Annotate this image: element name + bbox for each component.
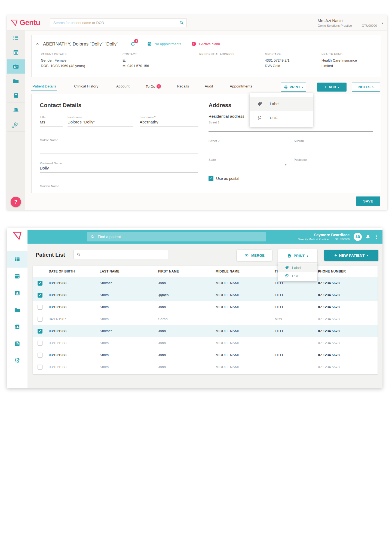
maiden-name-input[interactable]: [40, 188, 198, 193]
patient-row[interactable]: 03/10/1988SmithJohnMIDDLE NAMETITLE07 12…: [33, 349, 378, 361]
sidebar-item-contacts[interactable]: [7, 88, 25, 103]
gentu-logo[interactable]: [7, 228, 27, 244]
tab-audit[interactable]: Audit: [205, 84, 213, 88]
user-menu[interactable]: Seymore Beardface Serenity Medical Pract…: [298, 233, 350, 241]
sidebar-item-settings[interactable]: ⚙: [7, 352, 27, 369]
find-patient-search[interactable]: Find a patient: [87, 232, 266, 241]
address-heading: Address: [209, 102, 231, 108]
tab-recalls[interactable]: Recalls: [177, 84, 189, 88]
recalls-indicator[interactable]: 1: [130, 41, 136, 47]
sidebar-item-settings[interactable]: ⚙⚙: [7, 117, 25, 132]
last-name-input[interactable]: [140, 119, 198, 126]
plus-icon: +: [324, 84, 327, 89]
menu-item-label[interactable]: Label: [250, 97, 313, 111]
help-button[interactable]: ?: [11, 197, 21, 207]
cell-phone-number: 07 1234 5678: [318, 281, 378, 285]
menu-item-pdf[interactable]: PDF: [250, 111, 313, 125]
tab-to-do[interactable]: To Do4: [146, 84, 161, 89]
cell-title: Miss: [275, 317, 318, 321]
patient-row[interactable]: 03/10/1988SmithJohnMIDDLE NAME07 1234 56…: [33, 361, 378, 373]
save-button[interactable]: SAVE: [356, 196, 380, 206]
tab-appointments[interactable]: Appointments: [230, 84, 252, 88]
chevron-down-icon[interactable]: ▾: [382, 22, 383, 25]
sidebar-item-patients[interactable]: [7, 59, 25, 74]
sidebar-item-patient-list[interactable]: [7, 251, 27, 268]
sidebar-item-appointments[interactable]: [7, 268, 27, 284]
use-as-postal-row[interactable]: ✓ Use as postal: [209, 176, 239, 181]
column-header: FIRST NAME: [158, 270, 216, 273]
search-icon[interactable]: [179, 20, 184, 25]
middle-name-input[interactable]: [40, 142, 198, 153]
row-checkbox[interactable]: [38, 305, 42, 310]
practice-id: GTU100000: [335, 238, 350, 241]
row-checkbox[interactable]: [38, 317, 42, 322]
street2-field: Street 2: [209, 139, 287, 150]
patient-search-bar[interactable]: [50, 18, 187, 27]
appointments-status[interactable]: No appointments: [147, 41, 181, 46]
patient-row[interactable]: ✓03/10/1988SmithJamesJohnMIDDLE NAMETITL…: [33, 289, 378, 301]
print-dropdown-menu: Label PDF: [278, 262, 317, 281]
column-header: MIDDLE NAME: [216, 270, 275, 273]
sidebar-item-billing[interactable]: [7, 335, 27, 352]
state-select[interactable]: [209, 161, 287, 169]
patient-list-search[interactable]: [74, 250, 168, 259]
sidebar-item-lists[interactable]: [7, 31, 25, 45]
title-input[interactable]: [40, 119, 63, 126]
patient-row[interactable]: 03/10/1988SmithJohnMIDDLE NAMETITLE07 12…: [33, 301, 378, 313]
gentu-logo[interactable]: Gentu: [7, 19, 50, 27]
patient-row[interactable]: ✓03/10/1988SmitherJohnMIDDLE NAMETITLE07…: [33, 277, 378, 289]
patient-row[interactable]: 04/11/1987SmithSarahMiss07 1234 5678: [33, 313, 378, 325]
row-checkbox[interactable]: [38, 353, 42, 358]
avatar[interactable]: SB: [354, 233, 362, 241]
suburb-field: Suburb: [294, 139, 373, 150]
menu-item-pdf[interactable]: PDF: [278, 272, 317, 280]
row-checkbox[interactable]: [38, 365, 42, 370]
print-button[interactable]: PRINT ▾: [281, 83, 306, 92]
print-button[interactable]: PRINT ▴: [278, 249, 317, 262]
sidebar-item-appointments[interactable]: [7, 45, 25, 59]
tab-account[interactable]: Account: [116, 84, 130, 88]
cell-last-name: Smith: [100, 317, 158, 321]
user-menu[interactable]: Mrs Azi Nasiri Genie Solutions Practice …: [318, 18, 387, 27]
sidebar-item-contacts[interactable]: [7, 318, 27, 335]
main-content: ABERNATHY, Dolores "Dolly" "Dolly" 1 No …: [25, 31, 387, 210]
search-input[interactable]: [53, 21, 177, 25]
row-checkbox[interactable]: ✓: [38, 329, 42, 334]
row-checkbox[interactable]: [38, 341, 42, 346]
kebab-menu-icon[interactable]: ⋮: [374, 234, 379, 240]
cell-date-of-birth: 04/11/1987: [49, 317, 100, 321]
bell-icon[interactable]: [365, 234, 370, 239]
search-input[interactable]: [83, 253, 165, 257]
notes-button[interactable]: NOTES ‹: [352, 83, 380, 92]
new-patient-button[interactable]: + NEW PATIENT ▾: [324, 250, 378, 261]
patient-row[interactable]: 03/10/1988SmithJohnMIDDLE NAME07 1234 56…: [33, 337, 378, 349]
street2-input[interactable]: [209, 143, 287, 150]
sidebar-item-patients[interactable]: [7, 284, 27, 301]
tab-patient-details[interactable]: Patient Details: [32, 84, 56, 88]
cell-middle-name: MIDDLE NAME: [216, 329, 275, 333]
cell-last-name: Smither: [100, 281, 158, 285]
collapse-chevron-icon[interactable]: [35, 41, 40, 46]
menu-item-label[interactable]: Label: [278, 264, 317, 272]
bank-icon: [13, 107, 19, 113]
patient-details-form: Contact Details Title First name Last na…: [31, 94, 381, 193]
add-button[interactable]: + ADD ▾: [317, 83, 347, 92]
row-checkbox[interactable]: ✓: [38, 293, 42, 298]
first-name-input[interactable]: [68, 119, 133, 126]
sidebar-item-files[interactable]: [7, 301, 27, 318]
postcode-input[interactable]: [294, 161, 373, 169]
caret-down-icon[interactable]: ▾: [285, 164, 286, 166]
cell-first-name: John: [158, 353, 216, 357]
active-claim-status[interactable]: ! 1 Active claim: [192, 42, 220, 46]
cell-middle-name: MIDDLE NAME: [216, 293, 275, 297]
suburb-input[interactable]: [294, 143, 373, 150]
merge-button[interactable]: MERGE: [237, 250, 272, 261]
tab-clinical-history[interactable]: Clinical History: [74, 84, 98, 88]
sidebar-item-billing[interactable]: [7, 103, 25, 117]
use-as-postal-checkbox[interactable]: ✓: [209, 176, 213, 181]
row-checkbox[interactable]: ✓: [38, 281, 42, 286]
sidebar-item-files[interactable]: [7, 74, 25, 88]
caret-down-icon: ▾: [338, 86, 339, 89]
patient-row[interactable]: ✓03/10/1988SmitherJohnMIDDLE NAMETITLE07…: [33, 325, 378, 337]
preferred-name-input[interactable]: [40, 165, 198, 172]
